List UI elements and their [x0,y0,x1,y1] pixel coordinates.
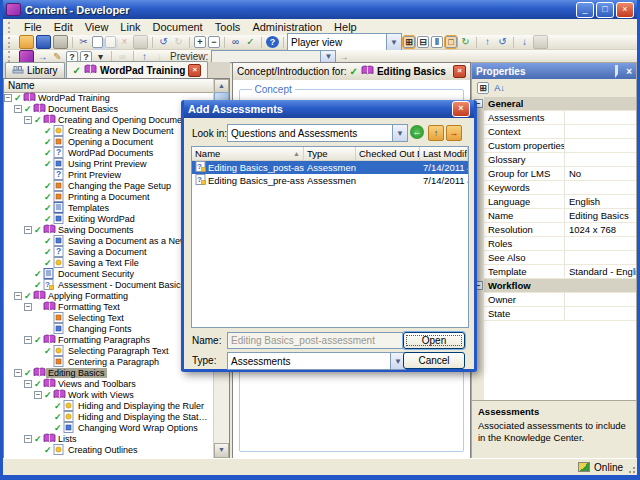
tree-item[interactable]: −✓Work with Views [4,389,214,400]
property-row[interactable]: State [472,307,636,321]
property-group-header[interactable]: −Workflow [472,279,636,293]
layout-quad-icon[interactable]: ⊞ [403,36,415,48]
resize-grip[interactable] [627,465,635,473]
assessment-row[interactable]: ?Editing Basics_pre-assessmentAssessment… [192,174,468,187]
tree-expander-icon[interactable]: − [24,336,32,344]
tree-item-label: Work with Views [66,390,136,400]
tree-expander-icon[interactable]: − [24,380,32,388]
column-header-name[interactable]: Name▲ [192,147,304,161]
menu-view[interactable]: View [79,20,115,34]
check-in-icon[interactable]: ↑ [481,36,494,48]
sort-alphabetical-icon[interactable]: A↓ [493,82,506,94]
new-folder-icon[interactable]: → [446,125,462,141]
tree-expander-icon[interactable]: − [4,94,12,102]
spelling-icon[interactable]: ✓ [244,36,257,48]
name-field[interactable] [227,332,403,349]
tab-library[interactable]: Library [5,62,65,78]
layout-single-icon[interactable]: □ [445,36,457,48]
player-view-combo[interactable]: Player view▼ [287,33,402,51]
tree-item[interactable]: −✓Views and Toolbars [4,378,214,389]
property-row[interactable]: See Also [472,251,636,265]
concept-close-button[interactable]: × [453,65,466,78]
link-module-icon[interactable]: → [36,51,49,63]
properties-panel: Properties × ⊞ A↓ −GeneralAssessmentsCon… [471,62,637,459]
tree-expander-icon[interactable]: − [14,292,22,300]
copy-icon[interactable] [92,36,103,48]
property-row[interactable]: Custom properties [472,139,636,153]
property-row[interactable]: Group for LMSNo [472,167,636,181]
menu-link[interactable]: Link [114,20,146,34]
check-out-icon[interactable]: ↺ [496,36,509,48]
chevron-down-icon[interactable]: ▼ [392,125,407,141]
scroll-down-icon[interactable]: ▼ [214,443,229,458]
title-bar[interactable]: Content - Developer _ □ × [3,0,637,19]
tree-expander-icon[interactable]: − [14,105,22,113]
property-row[interactable]: Glossary [472,153,636,167]
properties-close-icon[interactable]: × [626,66,632,77]
dialog-title-bar[interactable]: Add Assessments × [184,100,474,118]
import-icon[interactable]: ↓ [518,36,531,48]
property-row[interactable]: Keywords [472,181,636,195]
tree-item[interactable]: ✓Creating Outlines [4,444,214,455]
chevron-down-icon[interactable]: ▼ [386,34,401,50]
tree-expander-icon[interactable]: − [14,369,22,377]
tree-item[interactable]: −✓Lists [4,433,214,444]
column-header-checked-out-by[interactable]: Checked Out By [356,147,420,161]
edit-content-icon[interactable]: ✎ [51,51,64,63]
pin-icon[interactable] [615,65,623,78]
tree-expander-icon[interactable]: − [24,116,32,124]
help-icon[interactable]: ? [266,36,279,48]
close-button[interactable]: × [616,2,634,18]
save-icon[interactable] [36,35,51,49]
dialog-close-button[interactable]: × [452,101,470,117]
menu-tools[interactable]: Tools [209,20,247,34]
find-icon[interactable]: ∞ [229,36,242,48]
tree-expander-icon[interactable]: − [24,435,32,443]
property-group-header[interactable]: −General [472,97,636,111]
property-value [565,125,636,138]
zoom-out-button[interactable]: − [208,36,220,48]
assessment-row[interactable]: ?Editing Basics_post-assessmentAssessmen… [192,161,468,174]
tab-wordpad-training[interactable]: ✓ WordPad Training × [66,61,209,78]
tab-close-button[interactable]: × [188,64,201,77]
print-icon[interactable] [53,35,68,49]
look-in-combo[interactable]: Questions and Assessments ▼ [227,124,408,142]
tree-item[interactable]: ✓Hiding and Displaying the Ruler [4,400,214,411]
property-row[interactable]: TemplateStandard - English [472,265,636,279]
categorized-icon[interactable]: ⊞ [477,82,489,94]
type-combo[interactable]: Assessments ▼ [227,352,406,370]
menu-document[interactable]: Document [147,20,209,34]
undo-icon[interactable]: ↺ [157,36,170,48]
tree-column-header-name[interactable]: Name [4,79,214,93]
property-row[interactable]: Resolution1024 x 768 [472,223,636,237]
maximize-button[interactable]: □ [596,2,614,18]
layout-columns-icon[interactable]: ‖ [431,36,443,48]
property-row[interactable]: Context [472,125,636,139]
open-icon[interactable] [19,35,34,49]
column-header-type[interactable]: Type [304,147,356,161]
layout-rows-icon[interactable]: ⊟ [417,36,429,48]
menu-administration[interactable]: Administration [246,20,328,34]
cut-icon[interactable]: ✂ [77,36,90,48]
tree-item[interactable]: ✓Changing Word Wrap Options [4,422,214,433]
column-header-last-modified-date[interactable]: Last Modified Date [420,147,468,161]
menu-file[interactable]: File [18,20,48,34]
zoom-in-button[interactable]: + [194,36,206,48]
property-row[interactable]: NameEditing Basics [472,209,636,223]
cancel-button[interactable]: Cancel [403,352,465,369]
menu-edit[interactable]: Edit [48,20,79,34]
back-icon[interactable]: ← [410,125,424,139]
property-row[interactable]: LanguageEnglish [472,195,636,209]
tree-expander-icon[interactable]: − [24,303,32,311]
property-row[interactable]: Roles [472,237,636,251]
minimize-button[interactable]: _ [576,2,594,18]
open-button[interactable]: Open [403,332,465,349]
refresh-icon[interactable]: ↻ [459,36,472,48]
property-row[interactable]: Assessments [472,111,636,125]
menu-help[interactable]: Help [328,20,363,34]
tree-item[interactable]: ✓Hiding and Displaying the Status Bar [4,411,214,422]
up-one-level-icon[interactable]: ↑ [428,125,444,141]
property-row[interactable]: Owner [472,293,636,307]
tree-expander-icon[interactable]: − [24,226,32,234]
tree-expander-icon[interactable]: − [34,391,42,399]
